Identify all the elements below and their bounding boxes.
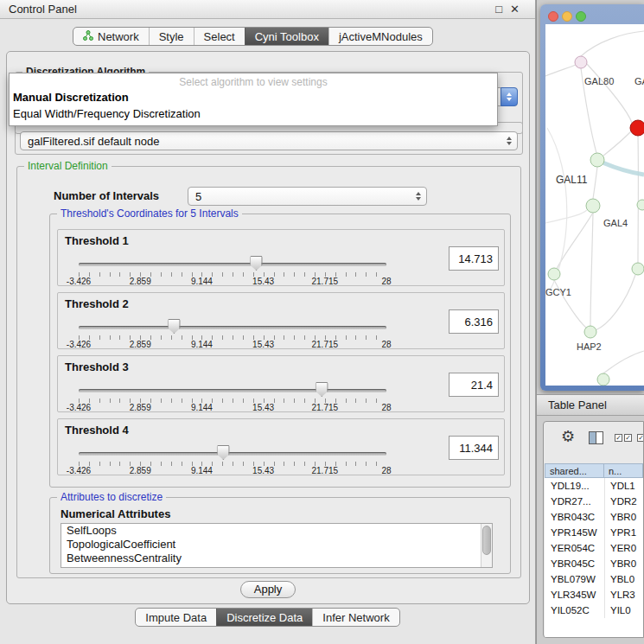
list-item[interactable]: BetweennessCentrality bbox=[61, 552, 492, 565]
slider-track[interactable] bbox=[79, 263, 386, 266]
node-label-gal4: GAL4 bbox=[603, 218, 628, 228]
node-gal11[interactable] bbox=[590, 153, 604, 167]
node-red-selected[interactable] bbox=[630, 120, 644, 136]
threshold-value-field[interactable]: 11.344 bbox=[449, 436, 499, 460]
threshold-value-field[interactable]: 21.4 bbox=[449, 373, 499, 397]
algorithm-dropdown-popup: Select algorithm to view settings Manual… bbox=[9, 73, 498, 126]
threshold-label: Threshold 2 bbox=[65, 297, 129, 310]
close-icon[interactable]: ✕ bbox=[510, 3, 520, 16]
network-canvas[interactable]: GAL80 GA GAL11 GAL4 GCY1 HAP2 bbox=[545, 24, 644, 386]
tab-jactivemnodules[interactable]: jActiveMNodules bbox=[328, 28, 432, 45]
slider-track[interactable] bbox=[79, 452, 386, 456]
number-of-intervals-combobox[interactable]: 5 bbox=[188, 187, 427, 206]
node-label-partial: GA bbox=[634, 76, 644, 86]
slider-thumb[interactable] bbox=[250, 256, 263, 271]
table-body: YDL19...YDL1 YDR27...YDR2 YBR043CYBR0 YP… bbox=[545, 478, 643, 637]
attributes-group-title: Attributes to discretize bbox=[57, 491, 166, 503]
threshold-slider[interactable]: -3.426 2.859 9.144 15.43 21.715 28 bbox=[79, 445, 386, 475]
threshold-label: Threshold 4 bbox=[65, 424, 129, 437]
control-panel-titlebar: Control Panel □ ✕ bbox=[0, 0, 535, 19]
threshold-label: Threshold 1 bbox=[65, 234, 129, 247]
tab-network[interactable]: Network bbox=[73, 28, 149, 45]
node-partial-edge[interactable] bbox=[637, 200, 644, 210]
minimize-traffic-icon[interactable] bbox=[562, 11, 572, 22]
list-item[interactable]: SelfLoops bbox=[61, 524, 492, 538]
number-of-intervals-value: 5 bbox=[195, 190, 201, 203]
combobox-stepper-icon[interactable] bbox=[501, 87, 518, 106]
network-view-window: GAL80 GA GAL11 GAL4 GCY1 HAP2 bbox=[540, 4, 644, 391]
table-row[interactable]: YLR345WYLR3 bbox=[545, 587, 643, 603]
top-tab-bar: Network Style Select Cyni Toolbox jActiv… bbox=[73, 27, 433, 46]
table-panel-title: Table Panel bbox=[548, 399, 607, 411]
apply-button[interactable]: Apply bbox=[240, 581, 296, 598]
slider-tick-labels: -3.426 2.859 9.144 15.43 21.715 28 bbox=[79, 277, 386, 285]
threshold-panel: Threshold 3 -3.426 2.859 9.144 15.43 21.… bbox=[57, 355, 505, 412]
close-traffic-icon[interactable] bbox=[548, 11, 558, 22]
table-row[interactable]: YBL079WYBL0 bbox=[545, 571, 643, 587]
threshold-panel: Threshold 2 -3.426 2.859 9.144 15.43 21.… bbox=[57, 292, 505, 349]
node-hap2[interactable] bbox=[584, 326, 596, 338]
slider-tick-labels: -3.426 2.859 9.144 15.43 21.715 28 bbox=[79, 340, 386, 348]
combobox-stepper-icon[interactable] bbox=[507, 137, 512, 145]
threshold-slider[interactable]: -3.426 2.859 9.144 15.43 21.715 28 bbox=[79, 319, 386, 348]
slider-thumb[interactable] bbox=[168, 319, 181, 334]
scrollbar-thumb[interactable] bbox=[482, 526, 491, 555]
node-partial-bottom[interactable] bbox=[597, 373, 609, 386]
window-title: Control Panel bbox=[9, 3, 77, 16]
select-none-checkbox-icon[interactable] bbox=[624, 434, 632, 442]
list-item[interactable]: TopologicalCoefficient bbox=[61, 538, 492, 552]
table-row[interactable]: YER054CYER0 bbox=[545, 540, 643, 556]
node-label-gal11: GAL11 bbox=[556, 174, 588, 186]
table-row[interactable]: YDR27...YDR2 bbox=[545, 494, 643, 509]
tab-style[interactable]: Style bbox=[149, 28, 194, 45]
dropdown-option-equal-width[interactable]: Equal Width/Frequency Discretization bbox=[10, 105, 497, 122]
partial-checkbox-icon[interactable] bbox=[637, 434, 644, 442]
table-toolbar: ⚙ bbox=[544, 422, 643, 460]
dropdown-option-manual[interactable]: Manual Discretization bbox=[10, 89, 497, 105]
threshold-value-field[interactable]: 6.316 bbox=[449, 309, 499, 334]
slider-track[interactable] bbox=[79, 389, 386, 392]
threshold-value-field[interactable]: 14.713 bbox=[449, 246, 499, 271]
threshold-slider[interactable]: -3.426 2.859 9.144 15.43 21.715 28 bbox=[79, 382, 386, 411]
table-row[interactable]: YPR145WYPR1 bbox=[545, 525, 643, 540]
attributes-group: Attributes to discretize Numerical Attri… bbox=[49, 497, 511, 574]
tab-discretize-data[interactable]: Discretize Data bbox=[216, 609, 312, 626]
threshold-panel: Threshold 4 -3.426 2.859 9.144 15.43 21.… bbox=[57, 418, 505, 475]
threshold-coordinates-group: Threshold's Coordinates for 5 Intervals … bbox=[49, 214, 511, 488]
node-gal80[interactable] bbox=[575, 56, 587, 68]
gear-icon[interactable]: ⚙ bbox=[561, 429, 575, 444]
table-row[interactable]: YBR043CYBR0 bbox=[545, 509, 643, 525]
table-data-combobox[interactable]: galFiltered.sif default node bbox=[20, 131, 518, 150]
slider-track[interactable] bbox=[79, 326, 386, 329]
column-header-name[interactable]: n... bbox=[604, 463, 643, 478]
column-header-shared-name[interactable]: shared... bbox=[545, 463, 604, 478]
table-row[interactable]: YIL052CYIL0 bbox=[545, 603, 643, 618]
table-row[interactable]: YDL19...YDL1 bbox=[545, 478, 643, 494]
threshold-slider[interactable]: -3.426 2.859 9.144 15.43 21.715 28 bbox=[79, 256, 386, 285]
tab-impute-data[interactable]: Impute Data bbox=[136, 609, 216, 626]
slider-thumb[interactable] bbox=[316, 382, 328, 397]
tab-select[interactable]: Select bbox=[194, 28, 245, 45]
tab-infer-network[interactable]: Infer Network bbox=[312, 609, 399, 626]
slider-thumb[interactable] bbox=[217, 445, 230, 460]
threshold-label: Threshold 3 bbox=[65, 360, 129, 373]
network-tab-icon bbox=[83, 30, 93, 43]
table-row[interactable]: YBR045CYBR0 bbox=[545, 556, 643, 571]
combobox-stepper-icon[interactable] bbox=[416, 192, 421, 201]
node-gcy1[interactable] bbox=[548, 268, 560, 280]
columns-icon[interactable] bbox=[589, 431, 603, 444]
tab-cyni-toolbox[interactable]: Cyni Toolbox bbox=[245, 28, 328, 45]
interval-definition-group: Interval Definition Number of Intervals … bbox=[16, 166, 521, 578]
dropdown-hint: Select algorithm to view settings bbox=[10, 73, 497, 89]
node-label-hap2: HAP2 bbox=[577, 341, 602, 352]
zoom-traffic-icon[interactable] bbox=[576, 11, 586, 22]
node-gal4[interactable] bbox=[586, 199, 600, 213]
list-scrollbar[interactable] bbox=[481, 524, 492, 567]
table-panel-header[interactable]: Table Panel bbox=[537, 394, 644, 416]
node-partial-right[interactable] bbox=[632, 263, 644, 275]
numerical-attributes-list: SelfLoops TopologicalCoefficient Between… bbox=[61, 523, 493, 568]
table-header-row: shared... n... bbox=[545, 463, 643, 478]
minimize-icon[interactable]: □ bbox=[495, 3, 502, 16]
select-all-checkbox-icon[interactable] bbox=[615, 434, 622, 442]
slider-tick-labels: -3.426 2.859 9.144 15.43 21.715 28 bbox=[79, 403, 386, 411]
